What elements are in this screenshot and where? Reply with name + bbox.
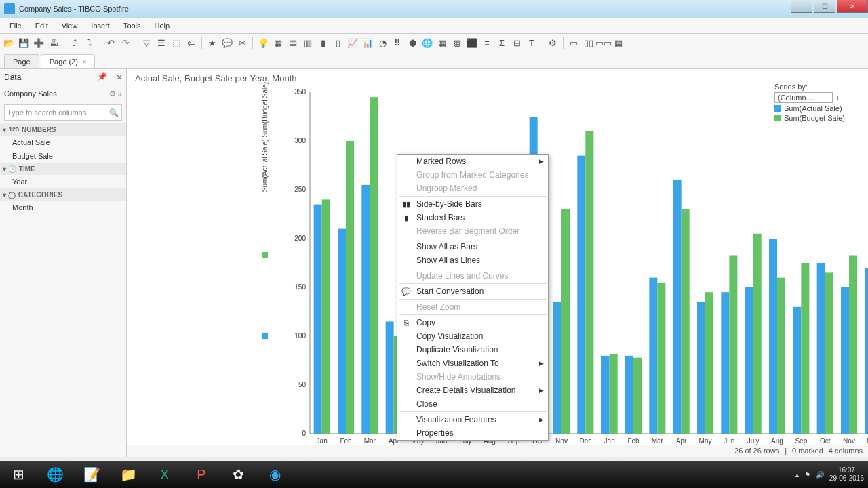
- search-icon[interactable]: 🔍: [109, 108, 119, 117]
- treemap-icon[interactable]: ▦: [435, 36, 449, 49]
- col-year[interactable]: Year: [0, 175, 126, 188]
- tray-flag-icon[interactable]: ⚑: [804, 471, 810, 479]
- mapchart-icon[interactable]: 🌐: [420, 36, 434, 49]
- menu-edit[interactable]: Edit: [28, 20, 55, 32]
- group-time[interactable]: ▾ 🕓 TIME: [0, 163, 126, 175]
- scatter-icon[interactable]: ⠿: [391, 36, 404, 49]
- search-input[interactable]: Type to search columns 🔍: [4, 104, 122, 121]
- send-icon[interactable]: ✉: [235, 36, 249, 49]
- ctx-showlines[interactable]: Show All as Lines: [397, 253, 548, 267]
- scatter3d-icon[interactable]: ⬢: [406, 36, 419, 49]
- ctx-stacked[interactable]: ▮Stacked Bars: [397, 211, 548, 224]
- addsource-icon[interactable]: ➕: [32, 36, 45, 49]
- col-actual-sale[interactable]: Actual Sale: [0, 136, 126, 149]
- layout4-icon[interactable]: ▦: [612, 36, 625, 49]
- import-icon[interactable]: ⤵: [83, 36, 96, 49]
- taskbar-gotomeeting[interactable]: ✿: [220, 462, 256, 487]
- taskbar-excel[interactable]: X: [146, 462, 183, 487]
- pin-icon[interactable]: 📌: [97, 72, 107, 81]
- svg-text:200: 200: [294, 235, 306, 242]
- summary-icon[interactable]: Σ: [495, 36, 509, 49]
- start-button[interactable]: ⊞: [0, 462, 37, 487]
- tray-clock[interactable]: 16:0729-06-2016: [829, 466, 864, 483]
- ctx-startconv[interactable]: 💬Start Conversation: [397, 285, 548, 298]
- piechart-icon[interactable]: ◔: [376, 36, 389, 49]
- col-month[interactable]: Month: [0, 201, 126, 214]
- redo-icon[interactable]: ↷: [119, 36, 132, 49]
- svg-rect-76: [841, 287, 849, 434]
- layout2-icon[interactable]: ▯▯: [582, 36, 595, 49]
- taskbar-chrome[interactable]: 🌐: [37, 462, 73, 487]
- taskbar-powerpoint[interactable]: P: [183, 462, 220, 487]
- svg-rect-44: [585, 131, 593, 434]
- recommend-icon[interactable]: 💡: [256, 36, 270, 49]
- ctx-dupviz[interactable]: Duplicate Visualization: [397, 343, 548, 357]
- kpi-icon[interactable]: ⬛: [465, 36, 479, 49]
- svg-rect-70: [793, 307, 801, 434]
- bookmark-icon[interactable]: ★: [205, 36, 219, 49]
- ctx-createdet[interactable]: Create Details Visualization▶: [397, 384, 548, 397]
- menu-tools[interactable]: Tools: [117, 20, 148, 32]
- print-icon[interactable]: 🖶: [47, 36, 60, 49]
- crosstable-icon[interactable]: ▤: [286, 36, 300, 49]
- axis-plus-icon[interactable]: +: [262, 176, 268, 187]
- details-icon[interactable]: ⬚: [170, 36, 183, 49]
- undo-icon[interactable]: ↶: [104, 36, 117, 49]
- window-close[interactable]: ✕: [837, 0, 868, 13]
- ctx-features[interactable]: Visualization Features▶: [397, 413, 548, 426]
- layout1-icon[interactable]: ▭: [567, 36, 580, 49]
- window-minimize[interactable]: —: [791, 0, 812, 13]
- ctx-props[interactable]: Properties: [397, 426, 548, 440]
- ctx-showbars[interactable]: Show All as Bars: [397, 240, 548, 253]
- menu-help[interactable]: Help: [148, 20, 177, 32]
- filter-icon[interactable]: ▽: [140, 36, 153, 49]
- ctx-copy[interactable]: ⎘Copy: [397, 316, 548, 329]
- comment-icon[interactable]: 💬: [220, 36, 234, 49]
- ctx-marked-rows[interactable]: Marked Rows▶: [397, 155, 548, 168]
- taskbar-notes[interactable]: 📝: [73, 462, 110, 487]
- tab-page[interactable]: Page: [4, 54, 39, 68]
- text-area-icon[interactable]: T: [525, 36, 538, 49]
- ctx-sidebyside[interactable]: ▮▮Side-by-Side Bars: [397, 197, 548, 211]
- window-maximize[interactable]: ☐: [814, 0, 835, 13]
- menu-file[interactable]: File: [3, 20, 28, 32]
- combochart-icon[interactable]: 📊: [361, 36, 374, 49]
- legend-selector[interactable]: (Column ...: [774, 92, 833, 103]
- tag-icon[interactable]: 🏷: [184, 36, 198, 49]
- export-icon[interactable]: ⤴: [68, 36, 81, 49]
- filters-panel-icon[interactable]: ☰: [155, 36, 168, 49]
- tray-up-icon[interactable]: ▴: [795, 471, 799, 479]
- barchart-icon[interactable]: ▮: [316, 36, 330, 49]
- save-icon[interactable]: 💾: [17, 36, 31, 49]
- boxplot-icon[interactable]: ⊟: [510, 36, 524, 49]
- menu-view[interactable]: View: [55, 20, 85, 32]
- graphical-table-icon[interactable]: ▥: [301, 36, 315, 49]
- tab-page2[interactable]: Page (2)×: [41, 54, 96, 68]
- group-numbers[interactable]: ▾ 123 NUMBERS: [0, 123, 126, 136]
- ctx-close[interactable]: Close: [397, 397, 548, 411]
- taskbar-spotfire[interactable]: ◉: [256, 462, 293, 487]
- group-categories[interactable]: ▾ ◯ CATEGORIES: [0, 188, 126, 201]
- panel-close-icon[interactable]: ×: [117, 72, 122, 83]
- props-icon[interactable]: ⚙: [546, 36, 559, 49]
- linechart-icon[interactable]: 📈: [346, 36, 359, 49]
- tray-volume-icon[interactable]: 🔊: [816, 471, 824, 479]
- close-icon[interactable]: ×: [82, 58, 86, 66]
- taskbar-explorer[interactable]: 📁: [110, 462, 146, 487]
- bar-chart-svg[interactable]: 050100150200250300350JanFebMarAprMayJunJ…: [283, 85, 868, 474]
- waterfall-icon[interactable]: ▯: [331, 36, 344, 49]
- data-source-label[interactable]: Company Sales: [4, 89, 57, 98]
- parallel-icon[interactable]: ≡: [480, 36, 494, 49]
- taskbar[interactable]: ⊞ 🌐 📝 📁 X P ✿ ◉ ▴ ⚑ 🔊 16:0729-06-2016: [0, 461, 868, 488]
- menu-insert[interactable]: Insert: [84, 20, 117, 32]
- open-icon[interactable]: 📂: [2, 36, 16, 49]
- svg-rect-13: [338, 229, 346, 434]
- table-icon[interactable]: ▦: [271, 36, 285, 49]
- col-budget-sale[interactable]: Budget Sale: [0, 149, 126, 163]
- layout3-icon[interactable]: ▭▭: [597, 36, 610, 49]
- ctx-switch[interactable]: Switch Visualization To▶: [397, 357, 548, 370]
- gear-icon[interactable]: ⚙ »: [109, 89, 122, 98]
- heatmap-icon[interactable]: ▩: [450, 36, 464, 49]
- svg-text:Jan: Jan: [604, 437, 615, 445]
- ctx-copyviz[interactable]: Copy Visualization: [397, 329, 548, 343]
